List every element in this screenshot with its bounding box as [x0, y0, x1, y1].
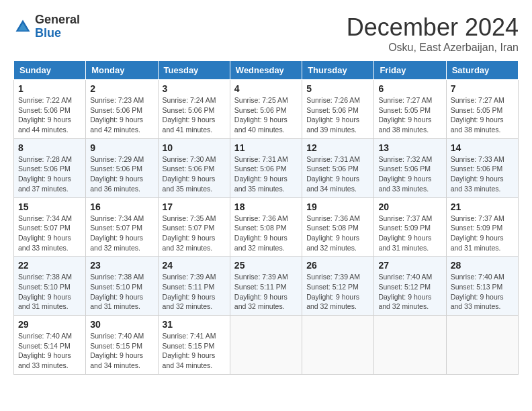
day-number: 13 [378, 142, 441, 153]
day-info: Sunrise: 7:33 AMSunset: 5:06 PMDaylight:… [451, 154, 514, 194]
day-number: 30 [90, 319, 153, 330]
calendar-day-cell: 4Sunrise: 7:25 AMSunset: 5:06 PMDaylight… [230, 80, 302, 139]
calendar-day-cell: 7Sunrise: 7:27 AMSunset: 5:05 PMDaylight… [446, 80, 518, 139]
calendar-day-cell: 13Sunrise: 7:32 AMSunset: 5:06 PMDayligh… [374, 138, 446, 197]
weekday-header: Tuesday [158, 61, 230, 80]
calendar-day-cell: 26Sunrise: 7:39 AMSunset: 5:12 PMDayligh… [302, 257, 374, 316]
day-number: 17 [163, 201, 226, 212]
day-info: Sunrise: 7:22 AMSunset: 5:06 PMDaylight:… [18, 95, 81, 135]
calendar-day-cell: 18Sunrise: 7:36 AMSunset: 5:08 PMDayligh… [230, 197, 302, 257]
logo-icon [13, 17, 32, 36]
day-number: 20 [378, 201, 441, 212]
calendar-day-cell: 1Sunrise: 7:22 AMSunset: 5:06 PMDaylight… [14, 80, 86, 139]
day-number: 24 [163, 260, 226, 271]
day-info: Sunrise: 7:24 AMSunset: 5:06 PMDaylight:… [163, 95, 226, 135]
day-info: Sunrise: 7:29 AMSunset: 5:06 PMDaylight:… [90, 154, 153, 194]
day-info: Sunrise: 7:34 AMSunset: 5:07 PMDaylight:… [90, 214, 153, 253]
day-number: 7 [451, 83, 514, 94]
day-number: 19 [306, 201, 369, 212]
day-info: Sunrise: 7:32 AMSunset: 5:06 PMDaylight:… [378, 154, 441, 194]
day-info: Sunrise: 7:34 AMSunset: 5:07 PMDaylight:… [18, 214, 81, 253]
day-info: Sunrise: 7:38 AMSunset: 5:10 PMDaylight:… [18, 272, 81, 312]
day-number: 1 [18, 83, 81, 94]
calendar-day-cell [446, 316, 518, 375]
page-header: General Blue December 2024 Osku, East Az… [13, 13, 519, 54]
day-info: Sunrise: 7:39 AMSunset: 5:12 PMDaylight:… [306, 272, 369, 312]
calendar-day-cell: 28Sunrise: 7:40 AMSunset: 5:13 PMDayligh… [446, 257, 518, 316]
day-info: Sunrise: 7:40 AMSunset: 5:14 PMDaylight:… [18, 331, 81, 371]
day-number: 14 [451, 142, 514, 153]
day-info: Sunrise: 7:27 AMSunset: 5:05 PMDaylight:… [451, 95, 514, 135]
day-info: Sunrise: 7:38 AMSunset: 5:10 PMDaylight:… [90, 272, 153, 312]
day-info: Sunrise: 7:39 AMSunset: 5:11 PMDaylight:… [163, 272, 226, 312]
calendar-week-row: 29Sunrise: 7:40 AMSunset: 5:14 PMDayligh… [14, 316, 519, 375]
day-number: 28 [451, 260, 514, 271]
logo: General Blue [13, 13, 80, 40]
calendar-day-cell: 10Sunrise: 7:30 AMSunset: 5:06 PMDayligh… [158, 138, 230, 197]
day-info: Sunrise: 7:28 AMSunset: 5:06 PMDaylight:… [18, 154, 81, 194]
day-number: 18 [234, 201, 298, 212]
day-number: 23 [90, 260, 153, 271]
calendar-day-cell: 27Sunrise: 7:40 AMSunset: 5:12 PMDayligh… [374, 257, 446, 316]
calendar-day-cell [302, 316, 374, 375]
weekday-header: Wednesday [230, 61, 302, 80]
day-info: Sunrise: 7:40 AMSunset: 5:15 PMDaylight:… [90, 331, 153, 371]
day-number: 10 [163, 142, 226, 153]
calendar-day-cell: 9Sunrise: 7:29 AMSunset: 5:06 PMDaylight… [86, 138, 158, 197]
calendar-day-cell: 22Sunrise: 7:38 AMSunset: 5:10 PMDayligh… [14, 257, 86, 316]
day-info: Sunrise: 7:30 AMSunset: 5:06 PMDaylight:… [163, 154, 226, 194]
day-info: Sunrise: 7:37 AMSunset: 5:09 PMDaylight:… [451, 214, 514, 253]
day-info: Sunrise: 7:40 AMSunset: 5:12 PMDaylight:… [378, 272, 441, 312]
day-info: Sunrise: 7:39 AMSunset: 5:11 PMDaylight:… [234, 272, 298, 312]
day-info: Sunrise: 7:26 AMSunset: 5:06 PMDaylight:… [306, 95, 369, 135]
day-number: 26 [306, 260, 369, 271]
logo-general-text: General [35, 13, 80, 27]
day-info: Sunrise: 7:31 AMSunset: 5:06 PMDaylight:… [234, 154, 298, 194]
day-number: 15 [18, 201, 81, 212]
title-block: December 2024 Osku, East Azerbaijan, Ira… [347, 13, 519, 54]
day-info: Sunrise: 7:40 AMSunset: 5:13 PMDaylight:… [451, 272, 514, 312]
day-number: 29 [18, 319, 81, 330]
day-info: Sunrise: 7:37 AMSunset: 5:09 PMDaylight:… [378, 214, 441, 253]
weekday-header: Monday [86, 61, 158, 80]
calendar-day-cell: 3Sunrise: 7:24 AMSunset: 5:06 PMDaylight… [158, 80, 230, 139]
calendar-day-cell: 29Sunrise: 7:40 AMSunset: 5:14 PMDayligh… [14, 316, 86, 375]
calendar-week-row: 8Sunrise: 7:28 AMSunset: 5:06 PMDaylight… [14, 138, 519, 197]
calendar-week-row: 22Sunrise: 7:38 AMSunset: 5:10 PMDayligh… [14, 257, 519, 316]
day-info: Sunrise: 7:23 AMSunset: 5:06 PMDaylight:… [90, 95, 153, 135]
calendar-day-cell: 12Sunrise: 7:31 AMSunset: 5:06 PMDayligh… [302, 138, 374, 197]
calendar-day-cell: 11Sunrise: 7:31 AMSunset: 5:06 PMDayligh… [230, 138, 302, 197]
day-number: 21 [451, 201, 514, 212]
day-number: 25 [234, 260, 298, 271]
day-number: 2 [90, 83, 153, 94]
day-number: 5 [306, 83, 369, 94]
weekday-header: Friday [374, 61, 446, 80]
calendar-day-cell: 15Sunrise: 7:34 AMSunset: 5:07 PMDayligh… [14, 197, 86, 257]
calendar-day-cell: 23Sunrise: 7:38 AMSunset: 5:10 PMDayligh… [86, 257, 158, 316]
day-number: 9 [90, 142, 153, 153]
day-number: 4 [234, 83, 298, 94]
calendar-week-row: 1Sunrise: 7:22 AMSunset: 5:06 PMDaylight… [14, 80, 519, 139]
calendar-day-cell: 25Sunrise: 7:39 AMSunset: 5:11 PMDayligh… [230, 257, 302, 316]
day-number: 31 [163, 319, 226, 330]
day-number: 22 [18, 260, 81, 271]
day-info: Sunrise: 7:41 AMSunset: 5:15 PMDaylight:… [163, 331, 226, 371]
calendar-day-cell: 6Sunrise: 7:27 AMSunset: 5:05 PMDaylight… [374, 80, 446, 139]
weekday-header: Saturday [446, 61, 518, 80]
day-info: Sunrise: 7:27 AMSunset: 5:05 PMDaylight:… [378, 95, 441, 135]
calendar-day-cell: 17Sunrise: 7:35 AMSunset: 5:07 PMDayligh… [158, 197, 230, 257]
calendar-day-cell: 8Sunrise: 7:28 AMSunset: 5:06 PMDaylight… [14, 138, 86, 197]
weekday-header: Sunday [14, 61, 86, 80]
calendar-table: SundayMondayTuesdayWednesdayThursdayFrid… [13, 60, 519, 375]
logo-blue-text: Blue [35, 27, 80, 40]
day-number: 27 [378, 260, 441, 271]
weekday-header: Thursday [302, 61, 374, 80]
calendar-day-cell: 31Sunrise: 7:41 AMSunset: 5:15 PMDayligh… [158, 316, 230, 375]
calendar-day-cell: 5Sunrise: 7:26 AMSunset: 5:06 PMDaylight… [302, 80, 374, 139]
day-number: 3 [163, 83, 226, 94]
calendar-day-cell: 24Sunrise: 7:39 AMSunset: 5:11 PMDayligh… [158, 257, 230, 316]
calendar-header-row: SundayMondayTuesdayWednesdayThursdayFrid… [14, 61, 519, 80]
day-info: Sunrise: 7:31 AMSunset: 5:06 PMDaylight:… [306, 154, 369, 194]
month-title: December 2024 [347, 13, 519, 42]
calendar-day-cell: 2Sunrise: 7:23 AMSunset: 5:06 PMDaylight… [86, 80, 158, 139]
